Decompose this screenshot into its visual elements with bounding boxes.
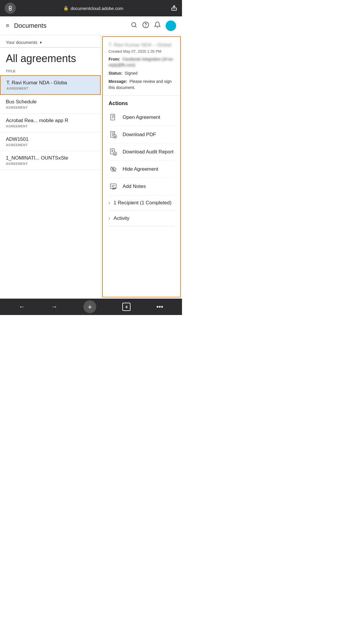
action-open-agreement[interactable]: Open Agreement [109, 109, 174, 126]
detail-panel: T. Ravi Kumar NDA – Global Created May 0… [102, 36, 181, 297]
url-bar[interactable]: 🔒 documentcloud.adobe.com [63, 6, 123, 11]
agreement-type-2: AGREEMENT [6, 124, 95, 128]
add-notes-label: Add Notes [123, 184, 146, 189]
left-panel: Your documents ▾ All agreements TITLE T.… [0, 35, 101, 299]
avatar[interactable] [166, 20, 176, 31]
action-download-audit[interactable]: Download Audit Report [109, 143, 174, 161]
detail-message: Message: Please review and sign this doc… [109, 78, 174, 91]
agreement-type-0: AGREEMENT [6, 87, 94, 90]
share-icon[interactable] [171, 4, 177, 12]
agreement-type-4: AGREEMENT [6, 162, 95, 165]
recipients-chevron-icon: › [109, 200, 110, 206]
activity-chevron-icon: › [109, 216, 110, 221]
app-title: Documents [14, 22, 126, 30]
svg-rect-6 [111, 114, 115, 120]
download-audit-label: Download Audit Report [123, 149, 174, 155]
all-agreements-title: All agreements [0, 48, 101, 68]
agreement-item-0[interactable]: T. Ravi Kumar NDA - Globa AGREEMENT [0, 75, 101, 95]
browser-chrome: 🔒 documentcloud.adobe.com [0, 0, 182, 16]
from-label: From: [109, 57, 120, 61]
agreement-name-1: Bus Schedule [6, 99, 88, 105]
download-pdf-icon [109, 130, 118, 139]
detail-status: Status: Signed [109, 71, 174, 76]
detail-header: T. Ravi Kumar NDA – Global Created May 0… [103, 37, 180, 96]
agreement-type-3: AGREEMENT [6, 143, 95, 147]
agreement-item-2[interactable]: Acrobat Rea... mobile app R AGREEMENT [0, 114, 101, 132]
open-agreement-label: Open Agreement [123, 114, 160, 120]
activity-expand[interactable]: › Activity [109, 211, 174, 226]
svg-point-5 [146, 26, 146, 26]
detail-title: T. Ravi Kumar NDA – Global [109, 42, 174, 48]
action-download-pdf[interactable]: Download PDF [109, 126, 174, 143]
agreement-name-0: T. Ravi Kumar NDA - Globa [6, 80, 88, 86]
download-pdf-label: Download PDF [123, 132, 156, 138]
filter-chevron-icon: ▾ [40, 40, 42, 45]
new-tab-button[interactable]: + [83, 300, 96, 313]
doc-filter[interactable]: Your documents ▾ [0, 35, 101, 48]
agreement-name-2: Acrobat Rea... mobile app R [6, 118, 88, 124]
hide-agreement-label: Hide Agreement [123, 166, 158, 172]
actions-title: Actions [109, 100, 174, 107]
open-agreement-icon [109, 113, 118, 122]
tab-count[interactable]: 4 [122, 303, 131, 311]
lock-icon: 🔒 [63, 6, 69, 11]
svg-point-3 [132, 23, 136, 27]
agreement-item-3[interactable]: ADW1501 AGREEMENT [0, 132, 101, 151]
detail-from: From: Facebook Integration (sf-no-reply@… [109, 57, 174, 68]
action-hide-agreement[interactable]: Hide Agreement [109, 161, 174, 178]
activity-label: Activity [114, 215, 129, 221]
action-add-notes[interactable]: Add Notes [109, 178, 174, 195]
agreement-type-1: AGREEMENT [6, 106, 95, 109]
browser-logo-icon [5, 3, 16, 14]
hamburger-menu-icon[interactable]: ≡ [6, 22, 9, 29]
help-icon[interactable] [142, 21, 149, 30]
status-value: Signed [125, 71, 138, 76]
header-icons [131, 20, 176, 31]
recipients-label: 1 Recipient (1 Completed) [114, 200, 171, 206]
recipients-expand[interactable]: › 1 Recipient (1 Completed) [109, 195, 174, 211]
bottom-bar: ← → + 4 ••• [0, 299, 182, 315]
bell-icon[interactable] [154, 21, 161, 30]
more-button[interactable]: ••• [157, 303, 163, 311]
hide-agreement-icon [109, 165, 118, 174]
main-content: Your documents ▾ All agreements TITLE T.… [0, 35, 182, 299]
col-header-title: TITLE [0, 68, 101, 75]
agreement-item-1[interactable]: Bus Schedule AGREEMENT [0, 95, 101, 114]
agreement-name-3: ADW1501 [6, 136, 88, 142]
detail-created: Created May 07, 2020 1:35 PM [109, 49, 174, 54]
add-notes-icon [109, 182, 118, 191]
url-text: documentcloud.adobe.com [71, 6, 123, 11]
app-header: ≡ Documents [0, 16, 182, 35]
status-label: Status: [109, 71, 122, 76]
agreement-name-4: 1_NOMINATI... OUNTSxSte [6, 155, 88, 161]
back-button[interactable]: ← [19, 303, 25, 311]
message-label: Message: [109, 79, 127, 84]
agreement-item-4[interactable]: 1_NOMINATI... OUNTSxSte AGREEMENT [0, 151, 101, 170]
actions-section: Actions Open Agreement [103, 96, 180, 231]
forward-button[interactable]: → [51, 303, 58, 311]
download-audit-icon [109, 147, 118, 157]
filter-label: Your documents [6, 40, 37, 45]
search-icon[interactable] [131, 21, 138, 30]
